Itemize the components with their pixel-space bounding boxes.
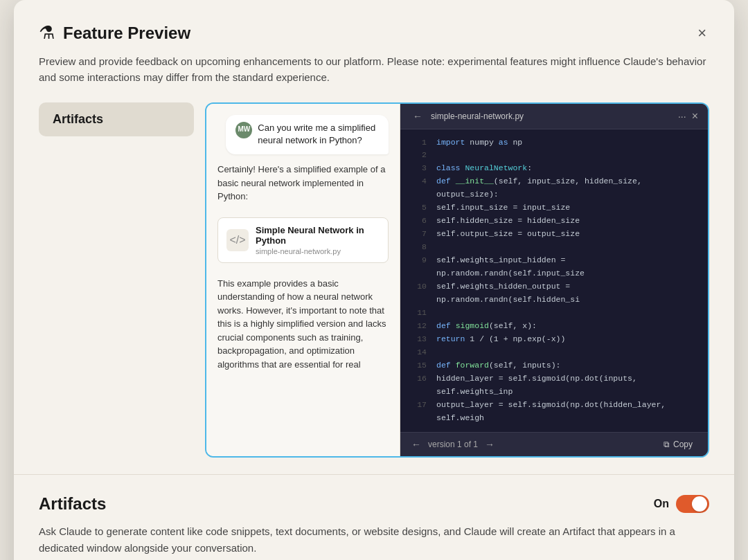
code-line-9: 9 self.weights_input_hidden = np.random.… <box>400 254 708 280</box>
line-num-2: 2 <box>410 149 427 162</box>
line-num-9: 9 <box>410 254 427 280</box>
code-line-7: 7 self.output_size = output_size <box>400 228 708 241</box>
code-line-11: 11 <box>400 307 708 320</box>
code-line-6: 6 self.hidden_size = hidden_size <box>400 215 708 228</box>
code-body: 1 import numpy as np 2 3 class NeuralNet… <box>400 129 708 432</box>
feature-title: Artifacts <box>39 494 106 514</box>
chat-panel: MW Can you write me a simplified neural … <box>206 104 400 456</box>
code-back-button[interactable]: ← <box>410 109 425 123</box>
left-panel: Artifacts <box>39 102 205 458</box>
line-num-15: 15 <box>410 359 427 372</box>
code-ref-title: Simple Neural Network in Python <box>256 225 380 246</box>
line-num-4: 4 <box>410 175 427 201</box>
line-num-1: 1 <box>410 136 427 150</box>
user-message-bubble: MW Can you write me a simplified neural … <box>226 115 389 155</box>
code-ref-info: Simple Neural Network in Python simple-n… <box>256 225 380 255</box>
code-next-button[interactable]: → <box>483 439 496 450</box>
close-button[interactable]: × <box>695 23 709 44</box>
code-line-13: 13 return 1 / (1 + np.exp(-x)) <box>400 333 708 346</box>
toggle-row: On <box>654 495 709 513</box>
code-ref-filename: simple-neural-network.py <box>256 247 380 255</box>
preview-inner: MW Can you write me a simplified neural … <box>206 104 708 456</box>
line-num-10: 10 <box>410 280 427 307</box>
modal-subtitle: Preview and provide feedback on upcoming… <box>39 53 709 86</box>
code-close-button[interactable]: × <box>692 110 698 123</box>
line-code-7: self.output_size = output_size <box>436 228 580 241</box>
feature-row: Artifacts On <box>39 494 709 514</box>
code-bracket-icon: </> <box>226 229 249 251</box>
artifacts-toggle[interactable] <box>676 495 709 513</box>
code-header-right: ··· × <box>678 110 698 123</box>
copy-button[interactable]: ⧉ Copy <box>658 437 698 451</box>
modal-title-row: ⚗ Feature Preview <box>39 22 190 44</box>
user-message-wrapper: MW Can you write me a simplified neural … <box>217 115 389 155</box>
code-prev-button[interactable]: ← <box>410 439 422 450</box>
line-code-1: import numpy as np <box>436 136 522 150</box>
line-code-15: def forward(self, inputs): <box>436 359 560 372</box>
feature-description: Ask Claude to generate content like code… <box>39 523 709 557</box>
code-line-10: 10 self.weights_hidden_output = np.rando… <box>400 280 708 307</box>
code-editor-panel: ← simple-neural-network.py ··· × 1 impor… <box>400 104 708 456</box>
bottom-section: Artifacts On Ask Claude to generate cont… <box>14 474 734 560</box>
code-line-12: 12 def sigmoid(self, x): <box>400 320 708 333</box>
code-line-5: 5 self.input_size = input_size <box>400 201 708 215</box>
code-more-button[interactable]: ··· <box>678 111 686 122</box>
modal-title: Feature Preview <box>63 24 190 43</box>
flask-icon: ⚗ <box>39 22 55 44</box>
line-num-6: 6 <box>410 215 427 228</box>
user-message-text: Can you write me a simplified neural net… <box>258 122 379 148</box>
line-code-17: output_layer = self.sigmoid(np.dot(hidde… <box>436 399 698 425</box>
line-code-16: hidden_layer = self.sigmoid(np.dot(input… <box>436 372 698 399</box>
code-header-left: ← simple-neural-network.py <box>410 109 524 123</box>
line-num-16: 16 <box>410 372 427 399</box>
toggle-label: On <box>654 498 669 510</box>
line-num-17: 17 <box>410 399 427 425</box>
code-line-2: 2 <box>400 149 708 162</box>
line-num-7: 7 <box>410 228 427 241</box>
toggle-knob <box>692 496 707 512</box>
code-line-15: 15 def forward(self, inputs): <box>400 359 708 372</box>
line-code-10: self.weights_hidden_output = np.random.r… <box>436 280 698 307</box>
line-code-6: self.hidden_size = hidden_size <box>436 215 580 228</box>
copy-label: Copy <box>673 440 693 449</box>
line-code-3: class NeuralNetwork: <box>436 162 532 175</box>
code-line-16: 16 hidden_layer = self.sigmoid(np.dot(in… <box>400 372 708 399</box>
code-line-14: 14 <box>400 346 708 359</box>
line-num-11: 11 <box>410 307 427 320</box>
line-code-5: self.input_size = input_size <box>436 201 570 215</box>
sidebar-item-artifacts[interactable]: Artifacts <box>39 102 194 136</box>
code-reference-box[interactable]: </> Simple Neural Network in Python simp… <box>217 217 389 263</box>
modal-header: ⚗ Feature Preview × <box>39 22 709 44</box>
feature-preview-modal: ⚗ Feature Preview × Preview and provide … <box>14 0 734 560</box>
line-num-13: 13 <box>410 333 427 346</box>
line-code-13: return 1 / (1 + np.exp(-x)) <box>436 333 565 346</box>
copy-icon: ⧉ <box>664 440 670 449</box>
code-line-17: 17 output_layer = self.sigmoid(np.dot(hi… <box>400 399 708 425</box>
code-line-8: 8 <box>400 241 708 254</box>
code-filename: simple-neural-network.py <box>431 111 524 121</box>
code-line-3: 3 class NeuralNetwork: <box>400 162 708 175</box>
line-num-14: 14 <box>410 346 427 359</box>
response-intro: Certainly! Here's a simplified example o… <box>217 164 385 201</box>
preview-panel: MW Can you write me a simplified neural … <box>205 102 709 458</box>
code-footer-nav: ← version 1 of 1 → <box>410 439 496 450</box>
line-code-4: def __init__(self, input_size, hidden_si… <box>436 175 698 201</box>
code-line-1: 1 import numpy as np <box>400 136 708 150</box>
code-line-4: 4 def __init__(self, input_size, hidden_… <box>400 175 708 201</box>
user-avatar: MW <box>235 122 252 138</box>
content-area: Artifacts MW Can you write me a simplifi… <box>39 102 709 458</box>
chat-response-body: This example provides a basic understand… <box>217 277 389 372</box>
code-editor-footer: ← version 1 of 1 → ⧉ Copy <box>400 432 708 456</box>
line-code-9: self.weights_input_hidden = np.random.ra… <box>436 254 698 280</box>
line-num-5: 5 <box>410 201 427 215</box>
code-editor-header: ← simple-neural-network.py ··· × <box>400 104 708 129</box>
line-code-12: def sigmoid(self, x): <box>436 320 537 333</box>
chat-response: Certainly! Here's a simplified example o… <box>217 163 389 204</box>
line-num-8: 8 <box>410 241 427 254</box>
line-num-12: 12 <box>410 320 427 333</box>
line-num-3: 3 <box>410 162 427 175</box>
version-label: version 1 of 1 <box>428 440 478 449</box>
